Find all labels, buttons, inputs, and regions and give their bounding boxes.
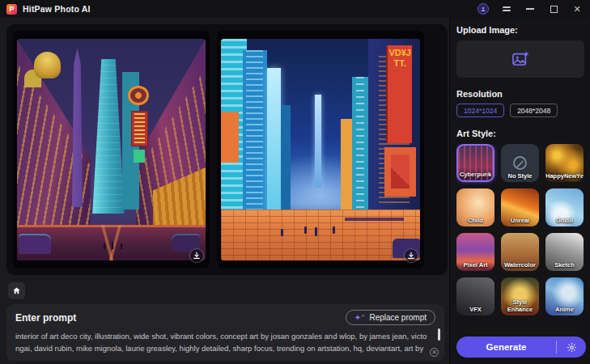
style-tile-happynewyear[interactable]: HappyNewYear — [545, 144, 584, 182]
style-tile-watercolor[interactable]: Watercolor — [501, 233, 539, 271]
minimize-icon — [526, 8, 534, 10]
style-tile-child[interactable]: Child — [456, 188, 494, 226]
replace-prompt-label: Replace prompt — [369, 313, 427, 322]
generated-image-2[interactable]: VD¥J TT. — [217, 31, 424, 269]
gear-icon — [567, 342, 577, 353]
download-icon — [407, 252, 415, 260]
style-tile-no-style[interactable]: No Style — [501, 144, 539, 182]
no-style-icon — [513, 156, 527, 170]
style-tile-anime[interactable]: Anime — [545, 277, 584, 315]
neon-sign-text: VD¥J TT. — [386, 45, 412, 143]
app-window: P HitPaw Photo AI ✕ — [0, 0, 590, 364]
results-container: VD¥J TT. — [6, 24, 448, 275]
account-button[interactable] — [477, 2, 490, 15]
close-icon: ✕ — [573, 5, 580, 14]
resolution-label: Resolution — [456, 89, 584, 99]
titlebar: P HitPaw Photo AI ✕ — [0, 0, 590, 18]
results-pane: VD¥J TT. Enter prompt — [0, 18, 449, 364]
app-logo-icon: P — [6, 4, 17, 15]
generated-image-1[interactable] — [13, 31, 210, 269]
home-icon — [12, 286, 21, 295]
style-tile-pixel-art[interactable]: Pixel Art — [456, 233, 494, 271]
upload-image-icon — [511, 51, 529, 67]
prompt-panel: Enter prompt ✦⁺ Replace prompt interior … — [6, 304, 444, 361]
style-tile-style-enhance[interactable]: Style Enhance — [501, 277, 539, 315]
style-tile-sketch[interactable]: Sketch — [545, 233, 584, 271]
avatar-icon — [478, 3, 489, 15]
generate-button[interactable]: Generate — [456, 336, 586, 358]
style-tile-unreal[interactable]: Unreal — [501, 188, 539, 226]
generate-label: Generate — [456, 342, 556, 352]
menu-button[interactable] — [500, 2, 513, 15]
style-tile-cyberpunk[interactable]: Cyberpunk — [456, 144, 494, 182]
download-icon — [193, 252, 201, 260]
download-button-1[interactable] — [189, 248, 204, 263]
art-style-grid: Cyberpunk No Style HappyNewYear Child Un… — [456, 144, 584, 326]
generated-image-1-art — [17, 39, 206, 260]
upload-image-dropzone[interactable] — [456, 40, 584, 78]
upload-image-label: Upload Image: — [456, 25, 584, 35]
resolution-option-2048[interactable]: 2048*2048 — [510, 104, 558, 117]
app-title: HitPaw Photo AI — [23, 4, 91, 14]
prompt-scrollbar[interactable] — [438, 328, 440, 341]
resolution-options: 1024*1024 2048*2048 — [456, 104, 584, 117]
generate-settings-button[interactable] — [557, 342, 586, 353]
resolution-option-1024[interactable]: 1024*1024 — [456, 104, 504, 117]
prompt-heading: Enter prompt — [15, 312, 76, 324]
style-tile-ghibli[interactable]: Ghibli — [545, 188, 584, 226]
replace-prompt-button[interactable]: ✦⁺ Replace prompt — [346, 310, 435, 325]
download-button-2[interactable] — [404, 248, 418, 263]
clear-prompt-icon[interactable]: ✕ — [430, 348, 439, 357]
maximize-button[interactable] — [547, 2, 560, 15]
settings-sidebar: Upload Image: Resolution 1024*1024 2048*… — [449, 18, 590, 364]
close-button[interactable]: ✕ — [571, 2, 584, 15]
home-button[interactable] — [8, 282, 25, 299]
prompt-input[interactable]: interior of art deco city, illustration,… — [15, 330, 433, 356]
maximize-icon — [550, 6, 558, 13]
generated-image-2-art: VD¥J TT. — [221, 39, 420, 260]
style-tile-vfx[interactable]: VFX — [456, 277, 494, 315]
menu-icon — [503, 6, 511, 11]
minimize-button[interactable] — [524, 2, 537, 15]
sparkle-icon: ✦⁺ — [354, 314, 366, 322]
art-style-label: Art Style: — [456, 129, 584, 138]
